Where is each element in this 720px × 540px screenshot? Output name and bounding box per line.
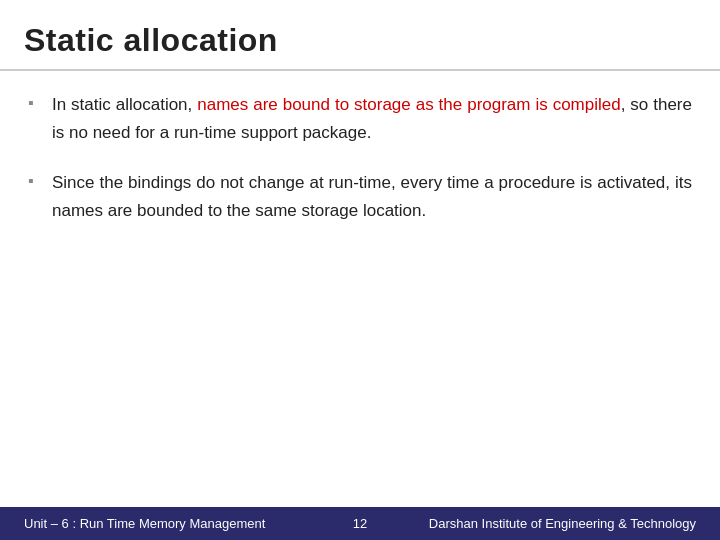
slide-footer: Unit – 6 : Run Time Memory Management 12…	[0, 507, 720, 540]
bullet-text-1: In static allocation, names are bound to…	[52, 91, 692, 147]
bullet1-highlight: names are bound to storage as the progra…	[197, 95, 620, 114]
footer-page-number: 12	[353, 516, 367, 531]
slide-content: ▪ In static allocation, names are bound …	[0, 71, 720, 507]
slide-title: Static allocation	[24, 22, 696, 59]
bullet-icon-2: ▪	[28, 172, 42, 190]
bullet-item-1: ▪ In static allocation, names are bound …	[28, 91, 692, 147]
bullet1-before: In static allocation,	[52, 95, 197, 114]
bullet-text-2: Since the bindings do not change at run-…	[52, 169, 692, 225]
slide-header: Static allocation	[0, 0, 720, 71]
bullet-item-2: ▪ Since the bindings do not change at ru…	[28, 169, 692, 225]
slide-container: Static allocation ▪ In static allocation…	[0, 0, 720, 540]
bullet-icon-1: ▪	[28, 94, 42, 112]
footer-left-text: Unit – 6 : Run Time Memory Management	[24, 516, 323, 531]
footer-right-text: Darshan Institute of Engineering & Techn…	[397, 516, 696, 531]
